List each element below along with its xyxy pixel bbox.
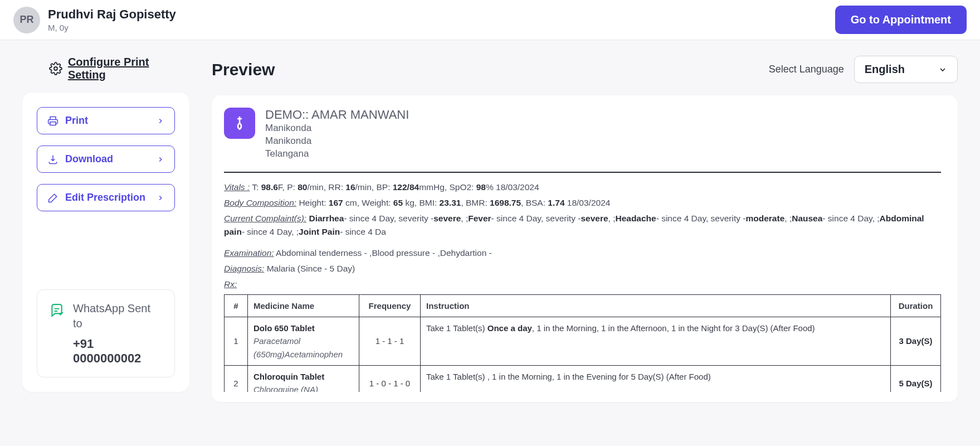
col-dur: Duration	[891, 294, 941, 317]
print-label: Print	[65, 115, 88, 127]
rx-complaints: Current Complaint(s): Diarrhea- since 4 …	[224, 212, 941, 239]
go-to-appointment-button[interactable]: Go to Appointment	[835, 6, 967, 34]
vitals-value: T: 98.6F, P: 80/min, RR: 16/min, BP: 122…	[252, 182, 539, 192]
edit-prescription-label: Edit Prescription	[65, 192, 145, 203]
whatsapp-number: +91 0000000002	[73, 337, 162, 366]
configure-print-setting-label: Configure Print Setting	[68, 56, 189, 81]
body-value: Height: 167 cm, Weight: 65 kg, BMI: 23.3…	[299, 198, 610, 207]
rx-rxlabel: Rx:	[224, 278, 941, 291]
medicine-table: # Medicine Name Frequency Instruction Du…	[224, 294, 941, 392]
cell-num: 1	[225, 317, 248, 366]
table-header-row: # Medicine Name Frequency Instruction Du…	[225, 294, 941, 317]
language-select[interactable]: English	[854, 56, 958, 83]
pencil-icon	[47, 192, 58, 203]
chevron-right-icon	[157, 156, 164, 163]
svg-point-0	[54, 67, 57, 70]
vitals-label: Vitals :	[224, 182, 250, 192]
rx-label: Rx:	[224, 279, 237, 289]
cell-num: 2	[225, 365, 248, 392]
rx-divider	[224, 172, 941, 173]
cell-dur: 5 Day(S)	[891, 365, 941, 392]
cell-freq: 1 - 1 - 1	[359, 317, 421, 366]
actions-card: Print Download Edit Prescription	[22, 93, 189, 392]
chevron-down-icon	[938, 65, 947, 74]
table-row: 1Dolo 650 TabletParacetamol (650mg)Aceta…	[225, 317, 941, 366]
cell-name: Chloroquin TabletChloroquine (NA)	[248, 365, 359, 392]
preview-title: Preview	[212, 60, 275, 79]
whatsapp-status-card: WhatsApp Sent to +91 0000000002	[37, 289, 175, 377]
doctor-addr-1: Manikonda	[265, 122, 409, 135]
chat-check-icon	[50, 303, 64, 318]
table-row: 2Chloroquin TabletChloroquine (NA)1 - 0 …	[225, 365, 941, 392]
preview-scroll[interactable]: DEMO:: AMAR MANWANI Manikonda Manikonda …	[222, 105, 953, 392]
col-instr: Instruction	[421, 294, 891, 317]
cell-name: Dolo 650 TabletParacetamol (650mg)Acetam…	[248, 317, 359, 366]
examination-value: Abdominal tenderness - ,Blood pressure -…	[276, 248, 492, 258]
rx-diagnosis: Diagnosis: Malaria (Since - 5 Day)	[224, 262, 941, 275]
chevron-right-icon	[157, 117, 164, 125]
svg-rect-1	[50, 122, 56, 125]
complaints-label: Current Complaint(s):	[224, 214, 306, 223]
doctor-name: DEMO:: AMAR MANWANI	[265, 108, 409, 122]
rx-header: DEMO:: AMAR MANWANI Manikonda Manikonda …	[222, 105, 943, 168]
printer-icon	[47, 115, 58, 127]
chevron-right-icon	[157, 194, 164, 202]
rx-examination: Examination: Abdominal tenderness - ,Blo…	[224, 246, 941, 260]
rx-body-composition: Body Composition: Height: 167 cm, Weight…	[224, 196, 941, 210]
language-value: English	[865, 63, 905, 76]
patient-name: Prudhvi Raj Gopisetty	[48, 7, 176, 22]
patient-block: PR Prudhvi Raj Gopisetty M, 0y	[13, 7, 176, 33]
diagnosis-label: Diagnosis:	[224, 264, 264, 273]
avatar: PR	[13, 7, 40, 33]
examination-label: Examination:	[224, 248, 274, 258]
gear-icon	[49, 62, 62, 75]
download-label: Download	[65, 153, 113, 165]
diagnosis-value: Malaria (Since - 5 Day)	[267, 264, 355, 273]
cell-freq: 1 - 0 - 1 - 0	[359, 365, 421, 392]
edit-prescription-button[interactable]: Edit Prescription	[37, 184, 175, 211]
clinic-logo	[224, 108, 255, 139]
rx-vitals: Vitals : T: 98.6F, P: 80/min, RR: 16/min…	[224, 181, 941, 194]
download-icon	[47, 154, 58, 165]
language-label: Select Language	[769, 64, 844, 75]
patient-meta: M, 0y	[48, 23, 176, 32]
prescription-preview: DEMO:: AMAR MANWANI Manikonda Manikonda …	[212, 95, 958, 402]
cell-instr: Take 1 Tablet(s) Once a day, 1 in the Mo…	[421, 317, 891, 366]
col-name: Medicine Name	[248, 294, 359, 317]
body-label: Body Composition:	[224, 198, 296, 207]
cell-instr: Take 1 Tablet(s) , 1 in the Morning, 1 i…	[421, 365, 891, 392]
cell-dur: 3 Day(S)	[891, 317, 941, 366]
page-header: PR Prudhvi Raj Gopisetty M, 0y Go to App…	[0, 0, 980, 40]
whatsapp-status-text: WhatsApp Sent to	[73, 301, 162, 331]
print-button[interactable]: Print	[37, 107, 175, 134]
col-num: #	[225, 294, 248, 317]
configure-print-setting-link[interactable]: Configure Print Setting	[49, 56, 189, 81]
complaints-value: Diarrhea- since 4 Day, severity -severe,…	[224, 214, 924, 236]
col-freq: Frequency	[359, 294, 421, 317]
download-button[interactable]: Download	[37, 146, 175, 173]
doctor-addr-2: Manikonda	[265, 135, 409, 148]
doctor-addr-3: Telangana	[265, 148, 409, 161]
